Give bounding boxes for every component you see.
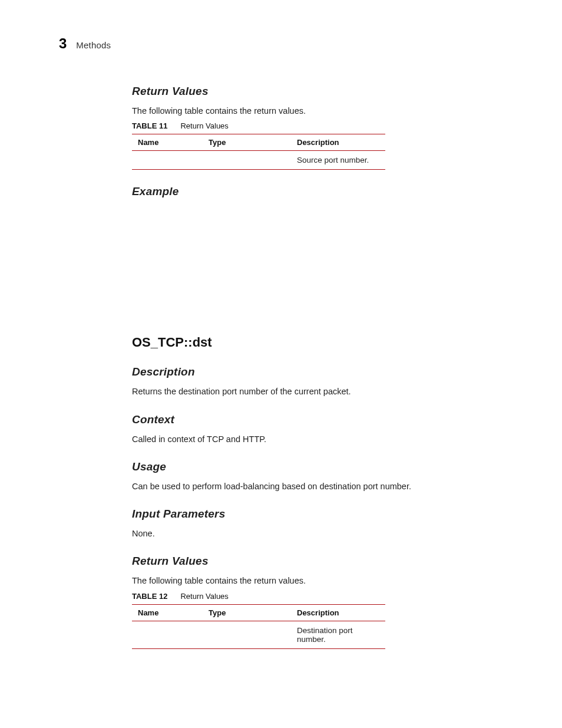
td-name — [132, 151, 203, 170]
td-type — [203, 621, 291, 648]
return-values-intro-2: The following table contains the return … — [132, 575, 468, 587]
th-type: Type — [203, 604, 291, 621]
th-name: Name — [132, 604, 203, 621]
context-text: Called in context of TCP and HTTP. — [132, 433, 468, 445]
table-row: Destination port number. — [132, 621, 385, 648]
td-description: Destination port number. — [291, 621, 385, 648]
content-area: Return Values The following table contai… — [132, 85, 468, 649]
usage-text: Can be used to perform load-balancing ba… — [132, 480, 468, 492]
heading-return-values-1: Return Values — [132, 85, 468, 98]
heading-usage: Usage — [132, 460, 468, 473]
heading-context: Context — [132, 413, 468, 426]
heading-example: Example — [132, 185, 468, 198]
table-11-caption: TABLE 11Return Values — [132, 121, 468, 130]
page-header: 3 Methods — [59, 35, 503, 52]
heading-input-parameters: Input Parameters — [132, 508, 468, 521]
description-text: Returns the destination port number of t… — [132, 386, 468, 397]
table-12-label: TABLE 12 — [132, 592, 167, 601]
td-name — [132, 621, 203, 648]
table-11: Name Type Description Source port number… — [132, 134, 385, 170]
heading-description: Description — [132, 365, 468, 378]
table-header-row: Name Type Description — [132, 134, 385, 151]
td-description: Source port number. — [291, 151, 385, 170]
th-name: Name — [132, 134, 203, 151]
th-type: Type — [203, 134, 291, 151]
input-params-text: None. — [132, 528, 468, 539]
heading-os-tcp-dst: OS_TCP::dst — [132, 335, 468, 350]
header-section-title: Methods — [76, 40, 111, 50]
table-row: Source port number. — [132, 151, 385, 170]
spacer — [132, 205, 468, 335]
td-type — [203, 151, 291, 170]
table-header-row: Name Type Description — [132, 604, 385, 621]
table-12-caption: TABLE 12Return Values — [132, 592, 468, 601]
chapter-number: 3 — [59, 35, 67, 52]
th-description: Description — [291, 604, 385, 621]
th-description: Description — [291, 134, 385, 151]
table-12: Name Type Description Destination port n… — [132, 604, 385, 649]
table-12-caption-text: Return Values — [180, 592, 228, 601]
table-11-label: TABLE 11 — [132, 121, 167, 130]
return-values-intro-1: The following table contains the return … — [132, 105, 468, 117]
page-container: 3 Methods Return Values The following ta… — [0, 0, 562, 684]
table-11-caption-text: Return Values — [180, 121, 228, 130]
heading-return-values-2: Return Values — [132, 555, 468, 568]
